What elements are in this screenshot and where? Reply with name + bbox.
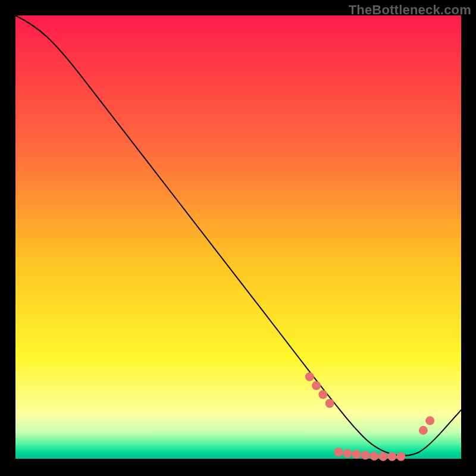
marker-dot xyxy=(378,452,387,461)
chart-svg xyxy=(0,0,476,476)
chart-stage: TheBottleneck.com xyxy=(0,0,476,476)
marker-dot xyxy=(312,381,321,390)
marker-dot xyxy=(419,426,428,435)
marker-dot xyxy=(325,399,334,408)
marker-dot xyxy=(334,447,343,456)
plot-background xyxy=(15,15,461,459)
marker-dot xyxy=(361,451,369,460)
marker-dot xyxy=(318,390,327,399)
watermark-text: TheBottleneck.com xyxy=(349,2,471,18)
marker-dot xyxy=(305,372,314,381)
marker-dot xyxy=(425,416,434,425)
marker-dot xyxy=(343,449,352,458)
marker-dot xyxy=(387,452,396,461)
marker-dot xyxy=(352,450,361,459)
marker-dot xyxy=(369,452,378,461)
marker-dot xyxy=(396,452,405,461)
